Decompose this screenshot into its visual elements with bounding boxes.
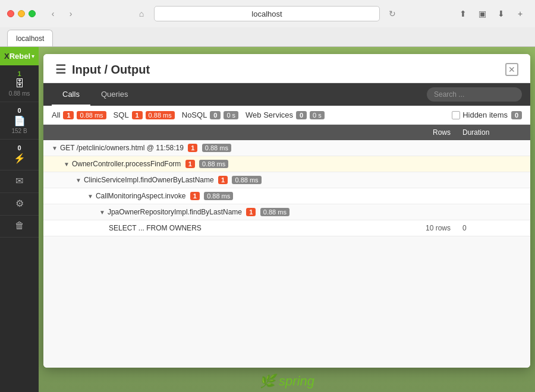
webservices-count-badge: 0	[296, 111, 307, 119]
table-row[interactable]: ▼ CallMonitoringAspect.invoke 1 0.88 ms	[43, 188, 530, 204]
gear-icon: ⚙	[15, 198, 24, 209]
filter-all[interactable]: All 1 0.88 ms	[52, 110, 106, 119]
row-count-badge: 1	[190, 192, 200, 200]
spring-logo-area: 🌿 spring	[39, 365, 535, 392]
tree-toggle-icon[interactable]: ▼	[75, 177, 81, 184]
trash-icon: 🗑	[15, 220, 24, 231]
sidebar-logo-x: X	[4, 52, 10, 61]
table-area: Rows Duration ▼ GET /petclinic/owners.ht…	[43, 125, 530, 368]
sidebar-requests-time: 0.88 ms	[9, 90, 30, 97]
sidebar-item-messages[interactable]: ✉	[0, 170, 39, 193]
mail-icon: ✉	[15, 175, 23, 186]
sidebar-io-size: 152 B	[11, 128, 27, 134]
tab-queries[interactable]: Queries	[90, 83, 139, 106]
tree-toggle-icon[interactable]: ▼	[64, 161, 70, 167]
browser-titlebar: ‹ › ⌂ localhost ↻ ⬆ ▣ ⬇ +	[0, 0, 535, 27]
row-count-badge: 1	[185, 160, 195, 168]
table-row[interactable]: ▼ ClinicServiceImpl.findOwnerByLastName …	[43, 172, 530, 188]
th-rows: Rows	[403, 128, 462, 137]
browser-chrome: ‹ › ⌂ localhost ↻ ⬆ ▣ ⬇ + localhost	[0, 0, 535, 47]
table-row-sql[interactable]: SELECT ... FROM OWNERS 10 rows 0	[43, 220, 530, 236]
database-icon: 🗄	[15, 78, 24, 89]
sql-time-badge: 0.88 ms	[146, 111, 175, 119]
row-label: OwnerController.processFindForm 1 0.88 m…	[72, 160, 403, 168]
browser-actions: ⬆ ▣ ⬇ +	[455, 7, 528, 20]
row-label: GET /petclinic/owners.html @ 11:58:19 1 …	[60, 144, 403, 152]
hidden-items-checkbox-label[interactable]: Hidden items	[452, 110, 508, 119]
filter-bar: All 1 0.88 ms SQL 1 0.88 ms NoSQL 0 0 s …	[43, 106, 530, 125]
browser-tab-active[interactable]: localhost	[7, 30, 53, 46]
traffic-lights	[7, 10, 36, 17]
hidden-items-group: Hidden items 0	[452, 110, 522, 119]
filter-sql[interactable]: SQL 1 0.88 ms	[114, 110, 175, 119]
table-row[interactable]: ▼ OwnerController.processFindForm 1 0.88…	[43, 156, 530, 172]
sidebar: X Rebel ▾ 1 🗄 0.88 ms 0 📄 152 B 0 ⚡ ✉ ⚙ …	[0, 47, 39, 392]
row-time-badge: 0.88 ms	[204, 192, 233, 200]
modal-close-button[interactable]: ✕	[505, 63, 518, 76]
home-button[interactable]: ⌂	[134, 8, 149, 19]
sidebar-item-trash[interactable]: 🗑	[0, 216, 39, 238]
main-area: X Rebel ▾ 1 🗄 0.88 ms 0 📄 152 B 0 ⚡ ✉ ⚙ …	[0, 47, 535, 392]
modal-header: ☰ Input / Output ✕	[43, 54, 530, 83]
share-button[interactable]: ⬆	[455, 7, 471, 20]
sidebar-badge-io: 0	[17, 107, 21, 114]
all-label: All	[52, 110, 60, 119]
sidebar-logo-text: Rebel	[10, 52, 30, 61]
row-label: JpaOwnerRepositoryImpl.findByLastName 1 …	[108, 208, 403, 216]
hidden-items-checkbox[interactable]	[452, 111, 460, 119]
io-modal: ☰ Input / Output ✕ Calls Queries All	[43, 54, 530, 368]
sidebar-item-io[interactable]: 0 📄 152 B	[0, 102, 39, 140]
url-bar[interactable]: localhost	[154, 6, 380, 21]
forward-button[interactable]: ›	[63, 8, 78, 19]
url-bar-container: ⌂ localhost ↻	[83, 6, 451, 21]
minimize-window-button[interactable]	[18, 10, 25, 17]
modal-title-text: Input / Output	[72, 63, 150, 77]
tree-toggle-icon[interactable]: ▼	[87, 193, 93, 200]
row-count-badge: 1	[218, 176, 228, 184]
modal-title: ☰ Input / Output	[55, 62, 150, 77]
chevron-down-icon: ▾	[32, 53, 34, 59]
row-time-badge: 0.88 ms	[260, 208, 289, 216]
tabs-bar: Calls Queries	[43, 83, 530, 106]
sidebar-badge-events: 0	[17, 144, 21, 151]
all-count-badge: 1	[63, 111, 74, 119]
document-icon: 📄	[14, 115, 26, 127]
sidebar-badge-requests: 1	[17, 70, 21, 77]
row-count-badge: 1	[246, 208, 256, 216]
hidden-count-badge: 0	[511, 111, 522, 119]
nav-buttons: ‹ ›	[45, 8, 78, 19]
copy-window-button[interactable]: ▣	[474, 7, 490, 20]
filter-webservices[interactable]: Web Services 0 0 s	[246, 110, 325, 119]
hidden-label: Hidden items	[462, 110, 508, 119]
webservices-time-badge: 0 s	[310, 111, 325, 119]
all-time-badge: 0.88 ms	[77, 111, 106, 119]
row-rows-count: 10 rows	[403, 224, 462, 232]
tree-toggle-icon[interactable]: ▼	[52, 145, 58, 151]
tab-calls[interactable]: Calls	[52, 83, 90, 106]
table-row[interactable]: ▼ GET /petclinic/owners.html @ 11:58:19 …	[43, 140, 530, 156]
th-duration: Duration	[462, 128, 522, 137]
lightning-icon: ⚡	[14, 153, 26, 164]
close-window-button[interactable]	[7, 10, 14, 17]
filter-nosql[interactable]: NoSQL 0 0 s	[182, 110, 238, 119]
row-time-badge: 0.88 ms	[202, 144, 231, 152]
row-label: CallMonitoringAspect.invoke 1 0.88 ms	[96, 192, 403, 200]
back-button[interactable]: ‹	[45, 8, 61, 19]
row-time-badge: 0.88 ms	[199, 160, 228, 168]
io-icon: ☰	[55, 62, 66, 77]
row-time-badge: 0.88 ms	[232, 176, 261, 184]
sidebar-item-settings[interactable]: ⚙	[0, 193, 39, 216]
sidebar-item-events[interactable]: 0 ⚡	[0, 140, 39, 170]
tree-toggle-icon[interactable]: ▼	[99, 209, 105, 216]
page-content: ☰ Input / Output ✕ Calls Queries All	[39, 47, 535, 392]
tab-bar: localhost	[0, 27, 535, 46]
nosql-label: NoSQL	[182, 110, 207, 119]
sidebar-item-requests[interactable]: 1 🗄 0.88 ms	[0, 65, 39, 102]
maximize-window-button[interactable]	[29, 10, 36, 17]
new-tab-button[interactable]: +	[512, 7, 528, 20]
sidebar-logo[interactable]: X Rebel ▾	[0, 47, 39, 65]
download-button[interactable]: ⬇	[493, 7, 509, 20]
table-row[interactable]: ▼ JpaOwnerRepositoryImpl.findByLastName …	[43, 204, 530, 220]
refresh-button[interactable]: ↻	[385, 8, 400, 19]
search-input[interactable]	[427, 87, 522, 102]
